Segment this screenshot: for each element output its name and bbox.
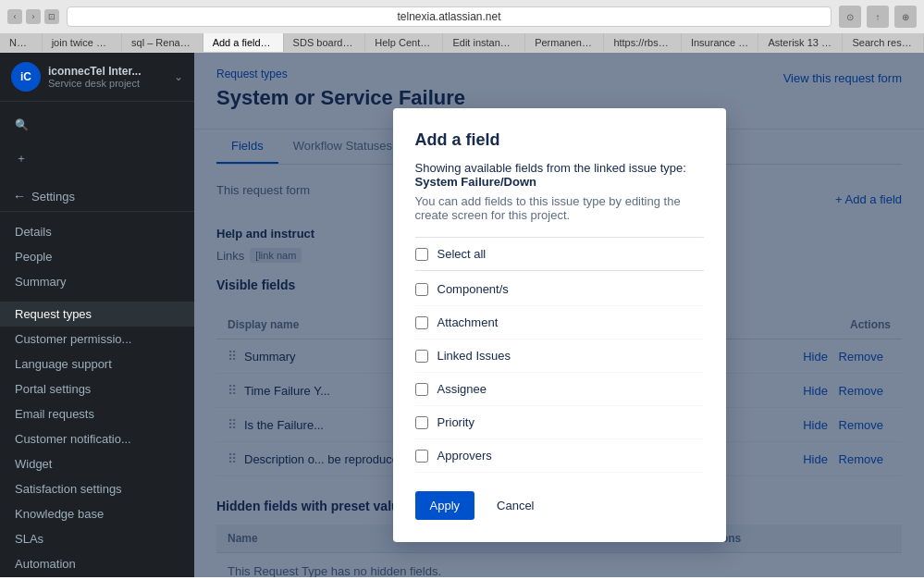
tab-add-field[interactable]: Add a field –... <box>203 33 284 52</box>
tabs-bar: Node join twice on... sql – Renam... Add… <box>0 33 924 52</box>
select-all-label[interactable]: Select all <box>437 247 487 261</box>
sidebar-settings-section: Request types Customer permissio... Lang… <box>0 298 194 577</box>
checkbox-list: Select all Component/s Attachment Linked… <box>415 237 704 473</box>
sidebar-item-search[interactable]: 🔍 <box>0 109 194 141</box>
sidebar-item-people[interactable]: People <box>0 244 194 269</box>
browser-action-2[interactable]: ↑ <box>867 6 889 28</box>
tab-search[interactable]: Search resul... <box>843 33 924 52</box>
browser-chrome: ‹ › ⊡ telnexia.atlassian.net ⊙ ↑ ⊕ Node … <box>0 0 924 53</box>
tab-insurance[interactable]: Insurance –... <box>682 33 759 52</box>
add-field-modal: Add a field Showing available fields fro… <box>393 108 726 542</box>
modal-title: Add a field <box>415 130 704 150</box>
checkbox-label-priority[interactable]: Priority <box>437 415 474 429</box>
checkbox-row-priority: Priority <box>415 406 704 439</box>
sidebar: iC iconnecTel Inter... Service desk proj… <box>0 53 194 577</box>
avatar: iC <box>11 62 41 92</box>
checkbox-label-linked-issues[interactable]: Linked Issues <box>437 349 511 363</box>
sidebar-item-create[interactable]: ＋ <box>0 142 194 174</box>
sidebar-item-slas[interactable]: SLAs <box>0 526 194 551</box>
modal-description: Showing available fields from the linked… <box>415 161 704 189</box>
select-all-row: Select all <box>415 238 704 271</box>
sidebar-top-section: Details People Summary <box>0 216 194 298</box>
tab-permanent[interactable]: Permanent l... <box>525 33 604 52</box>
back-btn[interactable]: ‹ <box>7 9 22 24</box>
checkbox-row-linked-issues: Linked Issues <box>415 339 704 373</box>
back-icon[interactable]: ← <box>13 189 26 204</box>
tab-edit[interactable]: Edit instance... <box>443 33 525 52</box>
tab-sds[interactable]: SDS board –... <box>284 33 366 52</box>
settings-header: ← Settings <box>0 181 194 212</box>
sidebar-item-portal-settings[interactable]: Portal settings <box>0 376 194 401</box>
sidebar-item-summary[interactable]: Summary <box>0 269 194 294</box>
modal-desc-prefix: Showing available fields from the linked… <box>415 161 686 175</box>
address-bar[interactable]: telnexia.atlassian.net <box>67 6 832 27</box>
apply-button[interactable]: Apply <box>415 491 475 520</box>
sidebar-item-details[interactable]: Details <box>0 219 194 244</box>
sidebar-item-automation[interactable]: Automation <box>0 551 194 576</box>
browser-action-3[interactable]: ⊕ <box>894 6 917 28</box>
checkbox-components[interactable] <box>415 283 428 296</box>
app-layout: iC iconnecTel Inter... Service desk proj… <box>0 53 924 577</box>
modal-note: You can add fields to this issue type by… <box>415 194 704 222</box>
browser-action-1[interactable]: ⊙ <box>839 6 861 28</box>
sidebar-item-language-support[interactable]: Language support <box>0 352 194 376</box>
checkbox-row-approvers: Approvers <box>415 439 704 473</box>
checkbox-label-assignee[interactable]: Assignee <box>437 382 487 396</box>
checkbox-row-components: Component/s <box>415 273 704 306</box>
tab-join[interactable]: join twice on... <box>43 33 122 52</box>
project-info: iconnecTel Inter... Service desk project <box>48 65 166 89</box>
sidebar-header: iC iconnecTel Inter... Service desk proj… <box>0 53 194 102</box>
sidebar-item-customer-permissions[interactable]: Customer permissio... <box>0 327 194 352</box>
chevron-down-icon[interactable]: ⌄ <box>174 70 183 83</box>
checkbox-label-approvers[interactable]: Approvers <box>437 449 492 463</box>
select-all-checkbox[interactable] <box>415 248 428 261</box>
modal-issue-type: System Failure/Down <box>415 175 536 189</box>
checkbox-approvers[interactable] <box>415 450 428 463</box>
checkbox-label-components[interactable]: Component/s <box>437 282 509 296</box>
cancel-button[interactable]: Cancel <box>482 491 548 520</box>
tab-node[interactable]: Node <box>0 33 43 52</box>
sidebar-main-nav: 🔍 ＋ <box>0 102 194 181</box>
sidebar-item-widget[interactable]: Widget <box>0 451 194 476</box>
checkbox-row-attachment: Attachment <box>415 306 704 339</box>
sidebar-item-satisfaction[interactable]: Satisfaction settings <box>0 476 194 501</box>
checkbox-priority[interactable] <box>415 416 428 429</box>
tab-help[interactable]: Help Center... <box>365 33 443 52</box>
tab-asterisk[interactable]: Asterisk 13 C... <box>758 33 843 52</box>
sidebar-item-request-types[interactable]: Request types <box>0 302 194 327</box>
tab-sql[interactable]: sql – Renam... <box>122 33 203 52</box>
settings-label: Settings <box>31 190 75 204</box>
checkbox-assignee[interactable] <box>415 383 428 396</box>
forward-btn[interactable]: › <box>26 9 41 24</box>
checkbox-linked-issues[interactable] <box>415 350 428 363</box>
modal-footer: Apply Cancel <box>415 491 704 520</box>
window-btn[interactable]: ⊡ <box>44 9 59 24</box>
plus-icon: ＋ <box>13 150 30 167</box>
checkbox-row-assignee: Assignee <box>415 373 704 406</box>
project-name: iconnecTel Inter... <box>48 65 166 78</box>
sidebar-item-knowledge-base[interactable]: Knowledge base <box>0 501 194 526</box>
search-icon: 🔍 <box>13 117 30 133</box>
sidebar-item-customer-notifications[interactable]: Customer notificatio... <box>0 426 194 451</box>
tab-https[interactable]: https://rbspr... <box>604 33 682 52</box>
checkbox-label-attachment[interactable]: Attachment <box>437 315 499 329</box>
sidebar-item-email-requests[interactable]: Email requests <box>0 401 194 426</box>
checkbox-attachment[interactable] <box>415 316 428 329</box>
main-content: Request types System or Service Failure … <box>194 53 924 577</box>
modal-overlay: Add a field Showing available fields fro… <box>194 53 924 577</box>
project-type: Service desk project <box>48 78 166 89</box>
